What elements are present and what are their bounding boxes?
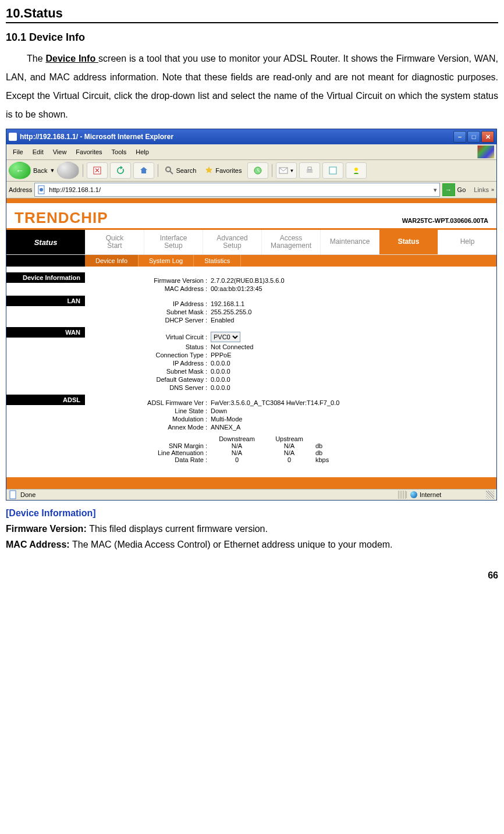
value-mac-address: 00:aa:bb:01:23:45 — [211, 285, 491, 292]
windows-flag-icon — [477, 145, 494, 158]
browser-window: http://192.168.1.1/ - Microsoft Internet… — [6, 129, 497, 501]
resize-grip[interactable] — [486, 491, 494, 499]
table-row: Line Attenuation : N/A N/A db — [91, 449, 491, 456]
table-row: Data Rate : 0 0 kbps — [91, 456, 491, 463]
section-label-device-info: Device Information — [6, 272, 85, 283]
home-button[interactable] — [133, 162, 154, 179]
favorites-label: Favorites — [215, 167, 242, 174]
value-wan-mask: 0.0.0.0 — [211, 368, 491, 375]
label-virtual-circuit: Virtual Circuit : — [91, 333, 207, 340]
svg-line-3 — [170, 171, 173, 174]
value-connection-type: PPPoE — [211, 352, 491, 359]
label-lan-mask: Subnet Mask : — [91, 308, 207, 315]
favorites-button[interactable]: Favorites — [201, 162, 244, 179]
nav-left-status: Status — [6, 230, 85, 254]
label-adsl-fw: ADSL Firmware Ver : — [91, 399, 207, 406]
back-button[interactable]: ← — [9, 162, 31, 179]
go-button[interactable]: → — [442, 183, 455, 196]
label-annex-mode: Annex Mode : — [91, 424, 207, 431]
forward-button[interactable]: → — [57, 162, 79, 179]
section-label-lan: LAN — [6, 296, 85, 306]
minimize-button[interactable]: – — [453, 131, 466, 143]
page-icon — [37, 185, 47, 194]
address-input[interactable]: http://192.168.1.1/ ▾ — [34, 183, 439, 197]
fw-line: Firmware Version: This filed displays cu… — [6, 521, 498, 537]
status-text: Done — [20, 491, 36, 498]
value-wan-ip: 0.0.0.0 — [211, 360, 491, 367]
maximize-button[interactable]: □ — [467, 131, 480, 143]
search-label: Search — [176, 167, 196, 174]
section-label-wan: WAN — [6, 327, 85, 338]
messenger-button[interactable] — [346, 162, 367, 179]
subtab-statistics[interactable]: Statistics — [194, 255, 241, 267]
tab-access-management[interactable]: Access Management — [261, 230, 320, 254]
tab-advanced-setup[interactable]: Advanced Setup — [203, 230, 261, 254]
virtual-circuit-select[interactable]: PVC0 — [211, 332, 240, 342]
menu-edit[interactable]: Edit — [29, 148, 48, 156]
print-button[interactable] — [299, 162, 320, 179]
svg-point-9 — [354, 168, 358, 171]
firmware-id: WAR25TC-WPT.030606.00TA — [402, 217, 488, 224]
refresh-button[interactable] — [110, 162, 131, 179]
svg-rect-6 — [307, 169, 313, 173]
menu-favorites[interactable]: Favorites — [72, 148, 106, 156]
label-firmware-version: Firmware Version : — [91, 277, 207, 284]
label-modulation: Modulation : — [91, 416, 207, 423]
section-label-adsl: ADSL — [6, 395, 85, 405]
label-lan-dhcp: DHCP Server : — [91, 317, 207, 324]
mac-line: MAC Address: The MAC (Media Access Contr… — [6, 537, 498, 552]
address-bar: Address http://192.168.1.1/ ▾ → Go Links… — [6, 182, 496, 198]
back-label: Back — [33, 167, 47, 174]
adsl-stats-table: Downstream Upstream SNR Margin : N/A N/A… — [91, 435, 491, 463]
svg-rect-7 — [308, 167, 311, 169]
subsection-heading: 10.1 Device Info — [6, 31, 498, 44]
svg-rect-12 — [10, 491, 16, 499]
page-number: 66 — [6, 570, 498, 581]
address-label: Address — [9, 186, 32, 193]
subtab-system-log[interactable]: System Log — [139, 255, 194, 267]
svg-point-11 — [40, 188, 43, 191]
menu-tools[interactable]: Tools — [108, 148, 131, 156]
value-dns-server: 0.0.0.0 — [211, 384, 491, 391]
toolbar: ← Back ▼ → ✕ Search Favorites ▼ — [6, 160, 496, 182]
label-connection-type: Connection Type : — [91, 352, 207, 359]
value-modulation: Multi-Mode — [211, 416, 491, 423]
value-wan-status: Not Connected — [211, 343, 491, 350]
section-heading: 10.Status — [6, 6, 498, 23]
value-lan-dhcp: Enabled — [211, 317, 491, 324]
menu-file[interactable]: File — [9, 148, 27, 156]
label-line-state: Line State : — [91, 407, 207, 414]
value-default-gateway: 0.0.0.0 — [211, 376, 491, 383]
subtab-device-info[interactable]: Device Info — [85, 255, 139, 267]
value-adsl-fw: FwVer:3.5.6.0_A_TC3084 HwVer:T14.F7_0.0 — [211, 399, 491, 406]
go-label: Go — [457, 186, 466, 193]
label-wan-status: Status : — [91, 343, 207, 350]
menu-view[interactable]: View — [49, 148, 71, 156]
router-footer-bar — [6, 477, 496, 489]
menu-help[interactable]: Help — [132, 148, 153, 156]
links-label[interactable]: Links — [474, 186, 489, 193]
intro-paragraph: The Device Info screen is a tool that yo… — [6, 49, 498, 124]
value-lan-ip: 192.168.1.1 — [211, 300, 491, 307]
brand-logo: TRENDCHIP — [15, 209, 108, 227]
col-upstream: Upstream — [263, 435, 315, 442]
window-title: http://192.168.1.1/ - Microsoft Internet… — [20, 133, 453, 141]
edit-button[interactable] — [322, 162, 343, 179]
search-button[interactable]: Search — [162, 162, 199, 179]
label-wan-mask: Subnet Mask : — [91, 368, 207, 375]
main-nav: Status Quick Start Interface Setup Advan… — [6, 230, 496, 255]
tab-interface-setup[interactable]: Interface Setup — [144, 230, 203, 254]
tab-help[interactable]: Help — [438, 230, 496, 254]
menu-bar: File Edit View Favorites Tools Help — [6, 144, 496, 160]
device-info-inline: Device Info — [45, 54, 98, 63]
close-button[interactable]: ✕ — [481, 131, 494, 143]
history-button[interactable] — [247, 162, 268, 179]
tab-status[interactable]: Status — [379, 230, 438, 254]
sub-nav: Device Info System Log Statistics — [6, 255, 496, 267]
intro-pre: The — [27, 54, 45, 63]
stop-button[interactable]: ✕ — [87, 162, 108, 179]
mail-button[interactable]: ▼ — [276, 162, 297, 179]
tab-maintenance[interactable]: Maintenance — [320, 230, 379, 254]
tab-quick-start[interactable]: Quick Start — [85, 230, 144, 254]
ie-app-icon — [9, 133, 17, 141]
